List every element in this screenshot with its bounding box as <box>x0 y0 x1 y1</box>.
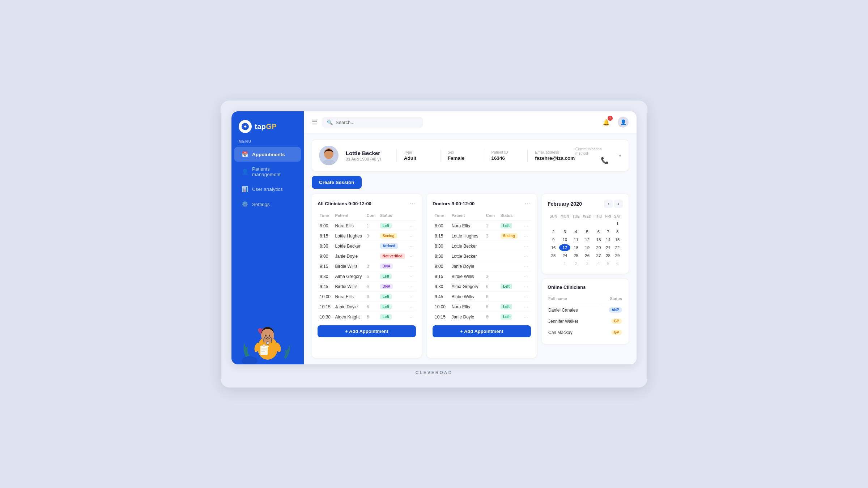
calendar-day[interactable]: 3 <box>582 260 593 267</box>
calendar-day[interactable]: 1 <box>613 220 622 227</box>
add-appointment-button-clinicians[interactable]: + Add Appointment <box>318 325 416 337</box>
calendar-day[interactable]: 12 <box>582 236 593 243</box>
calendar-day[interactable]: 19 <box>582 244 593 251</box>
cell-actions[interactable]: ··· <box>522 241 531 251</box>
calendar-day[interactable]: 5 <box>604 260 612 267</box>
cell-actions[interactable]: ··· <box>522 292 531 302</box>
calendar-day[interactable]: 2 <box>571 260 581 267</box>
row-menu-icon[interactable]: ··· <box>524 304 528 309</box>
calendar-day[interactable]: 1 <box>559 260 570 267</box>
calendar-day[interactable]: 4 <box>571 228 581 235</box>
clinician-status-badge: ANP <box>609 307 622 313</box>
doctors-menu-icon[interactable]: ⋯ <box>524 200 531 207</box>
row-menu-icon[interactable]: ··· <box>410 294 414 299</box>
calendar-day[interactable]: 4 <box>593 260 603 267</box>
sidebar-item-analytics[interactable]: 📊 User analytics <box>234 182 301 196</box>
cell-actions[interactable]: ··· <box>522 302 531 312</box>
calendar-next-button[interactable]: › <box>614 200 623 208</box>
calendar-day[interactable]: 3 <box>559 228 570 235</box>
calendar-day[interactable]: 5 <box>582 228 593 235</box>
calendar-day[interactable]: 13 <box>593 236 603 243</box>
clinician-name: Jennifer Walker <box>548 316 599 326</box>
row-menu-icon[interactable]: ··· <box>524 253 528 259</box>
row-menu-icon[interactable]: ··· <box>524 243 528 249</box>
calendar-day[interactable]: 9 <box>548 236 558 243</box>
calendar-day[interactable]: 8 <box>613 228 622 235</box>
calendar-day[interactable]: 6 <box>613 260 622 267</box>
calendar-day[interactable]: 14 <box>604 236 612 243</box>
calendar-header: February 2020 ‹ › <box>548 200 623 208</box>
create-session-button[interactable]: Create Session <box>312 176 362 189</box>
cell-actions[interactable]: ··· <box>522 261 531 271</box>
list-item: Daniel Canales ANP <box>548 305 622 315</box>
calendar-day[interactable]: 7 <box>604 228 612 235</box>
user-avatar-button[interactable]: 👤 <box>618 117 629 128</box>
calendar-day[interactable]: 21 <box>604 244 612 251</box>
cell-actions[interactable]: ··· <box>522 231 531 241</box>
calendar-day[interactable]: 24 <box>559 252 570 259</box>
calendar-day[interactable]: 17 <box>559 244 570 251</box>
row-menu-icon[interactable]: ··· <box>410 274 414 279</box>
cell-status: Seeing <box>498 231 522 241</box>
calendar-day[interactable]: 10 <box>559 236 570 243</box>
row-menu-icon[interactable]: ··· <box>524 294 528 299</box>
cell-actions[interactable]: ··· <box>522 282 531 292</box>
notification-button[interactable]: 🔔 1 <box>600 116 612 128</box>
calendar-day[interactable]: 28 <box>604 252 612 259</box>
row-menu-icon[interactable]: ··· <box>524 223 528 228</box>
row-menu-icon[interactable]: ··· <box>524 314 528 320</box>
row-menu-icon[interactable]: ··· <box>410 223 414 228</box>
row-menu-icon[interactable]: ··· <box>524 264 528 269</box>
cell-actions[interactable]: ··· <box>408 231 416 241</box>
calendar-day[interactable]: 6 <box>593 228 603 235</box>
all-clinicians-menu-icon[interactable]: ⋯ <box>409 200 416 207</box>
cell-actions[interactable]: ··· <box>408 261 416 271</box>
cell-actions[interactable]: ··· <box>408 241 416 251</box>
patient-id-value: 16346 <box>491 155 520 161</box>
search-input[interactable] <box>336 120 418 125</box>
cell-actions[interactable]: ··· <box>408 302 416 312</box>
calendar-day[interactable]: 20 <box>593 244 603 251</box>
cell-actions[interactable]: ··· <box>522 271 531 282</box>
row-menu-icon[interactable]: ··· <box>524 284 528 289</box>
cell-actions[interactable]: ··· <box>408 312 416 322</box>
cell-actions[interactable]: ··· <box>522 312 531 322</box>
cell-actions[interactable]: ··· <box>522 251 531 261</box>
row-menu-icon[interactable]: ··· <box>410 233 414 239</box>
cell-actions[interactable]: ··· <box>408 282 416 292</box>
row-menu-icon[interactable]: ··· <box>524 233 528 239</box>
row-menu-icon[interactable]: ··· <box>410 253 414 259</box>
calendar-day[interactable]: 25 <box>571 252 581 259</box>
expand-button[interactable]: ▾ <box>619 153 621 158</box>
sidebar-item-appointments[interactable]: 📅 Appointments <box>234 147 301 162</box>
row-menu-icon[interactable]: ··· <box>410 314 414 320</box>
calendar-day[interactable]: 15 <box>613 236 622 243</box>
content-area: Lottie Becker 31 Aug 1980 (40 y) Type Ad… <box>304 133 637 364</box>
hamburger-icon[interactable]: ☰ <box>312 118 318 126</box>
sidebar-item-patients[interactable]: 👤 Patients management <box>234 162 301 181</box>
add-appointment-button-doctors[interactable]: + Add Appointment <box>433 325 531 337</box>
calendar-day[interactable]: 29 <box>613 252 622 259</box>
calendar-day[interactable]: 2 <box>548 228 558 235</box>
row-menu-icon[interactable]: ··· <box>410 243 414 249</box>
row-menu-icon[interactable]: ··· <box>410 264 414 269</box>
row-menu-icon[interactable]: ··· <box>410 284 414 289</box>
cell-actions[interactable]: ··· <box>522 221 531 231</box>
cell-patient: Lottie Becker <box>449 241 484 251</box>
patient-id-label: Patient ID <box>491 150 520 154</box>
calendar-day[interactable]: 11 <box>571 236 581 243</box>
calendar-prev-button[interactable]: ‹ <box>604 200 613 208</box>
calendar-day[interactable]: 18 <box>571 244 581 251</box>
calendar-day[interactable]: 16 <box>548 244 558 251</box>
calendar-day[interactable]: 23 <box>548 252 558 259</box>
row-menu-icon[interactable]: ··· <box>410 304 414 309</box>
cell-actions[interactable]: ··· <box>408 251 416 261</box>
sidebar-item-settings[interactable]: ⚙️ Settings <box>234 197 301 211</box>
calendar-day[interactable]: 22 <box>613 244 622 251</box>
row-menu-icon[interactable]: ··· <box>524 274 528 279</box>
cell-actions[interactable]: ··· <box>408 271 416 282</box>
calendar-day[interactable]: 26 <box>582 252 593 259</box>
cell-actions[interactable]: ··· <box>408 292 416 302</box>
calendar-day[interactable]: 27 <box>593 252 603 259</box>
cell-actions[interactable]: ··· <box>408 221 416 231</box>
